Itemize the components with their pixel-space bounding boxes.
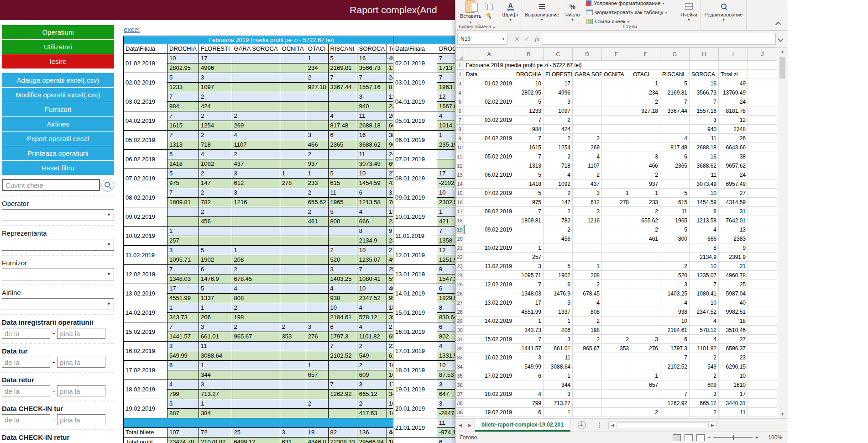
excel-cell[interactable]: 1441.57 (514, 344, 544, 353)
formula-input[interactable] (542, 33, 776, 45)
excel-row-header[interactable]: 25 (456, 280, 464, 289)
excel-cell[interactable]: 4 (660, 134, 690, 143)
excel-column-header-G[interactable]: G (660, 48, 690, 61)
excel-cell[interactable] (748, 170, 777, 179)
sidebar-button-operatiuni[interactable]: Operatiuni (2, 25, 114, 39)
excel-cell[interactable] (573, 125, 602, 134)
excel-cell[interactable]: 1 (514, 316, 544, 326)
excel-cell[interactable]: 1107 (573, 161, 602, 170)
excel-cell[interactable]: Data (464, 70, 514, 79)
sidebar-button-iesire[interactable]: Iesire (2, 54, 114, 69)
select-all-corner[interactable] (456, 48, 464, 61)
excel-cell[interactable]: 1610 (719, 380, 748, 390)
excel-cell[interactable]: 2 (631, 408, 660, 417)
excel-cell[interactable] (602, 216, 631, 225)
excel-cell[interactable]: 2 (544, 134, 573, 143)
excel-cell[interactable] (631, 243, 660, 253)
excel-cell[interactable] (748, 143, 777, 152)
excel-cell[interactable]: 11 (544, 353, 573, 362)
excel-cell[interactable] (748, 225, 777, 234)
excel-cell[interactable]: 2 (544, 189, 573, 198)
search-input[interactable] (2, 179, 100, 191)
excel-cell[interactable] (602, 106, 631, 116)
excel-cell[interactable] (573, 106, 602, 116)
page-layout-view-icon[interactable] (685, 434, 693, 441)
excel-cell[interactable]: 10 (690, 262, 719, 271)
excel-cell[interactable] (748, 344, 777, 353)
excel-row-header[interactable]: 12 (456, 161, 464, 170)
excel-cell[interactable] (602, 298, 631, 307)
excel-cell[interactable]: 1 (631, 189, 660, 198)
excel-column-header-B[interactable]: B (514, 48, 544, 61)
excel-cell[interactable]: 7 (660, 353, 690, 362)
excel-cell[interactable] (660, 243, 690, 253)
excel-cell[interactable] (748, 253, 777, 262)
excel-cell[interactable] (602, 179, 631, 189)
excel-cell[interactable]: 4 (690, 316, 719, 326)
excel-cell[interactable] (748, 61, 777, 70)
enter-button[interactable]: ✓ (522, 36, 532, 42)
excel-cell[interactable]: 269 (573, 143, 602, 152)
excel-cell[interactable] (464, 106, 514, 116)
excel-cell[interactable]: 6596.37 (719, 344, 748, 353)
excel-cell[interactable]: 1557.16 (690, 106, 719, 116)
excel-row-header[interactable]: 7 (456, 116, 464, 125)
excel-cell[interactable]: 612 (573, 198, 602, 207)
date-to-input-data-retur[interactable] (57, 385, 105, 396)
excel-cell[interactable]: 1615 (514, 143, 544, 152)
excel-cell[interactable]: 4314.59 (719, 198, 748, 207)
excel-cell[interactable] (602, 170, 631, 179)
excel-cell[interactable]: 3 (544, 97, 573, 106)
excel-cell[interactable] (748, 371, 777, 380)
zoom-level[interactable]: 100% (766, 434, 782, 441)
excel-cell[interactable]: 782 (544, 216, 573, 225)
excel-cell[interactable]: 1262.92 (660, 399, 690, 408)
excel-cell[interactable]: 975 (514, 198, 544, 207)
excel-row-header[interactable]: 1 (456, 61, 464, 70)
excel-cell[interactable]: 940 (690, 125, 719, 134)
scrollbar-thumb[interactable] (617, 422, 709, 428)
excel-cell[interactable] (464, 234, 514, 243)
excel-cell[interactable]: 02.02.2019 (464, 97, 514, 106)
excel-cell[interactable] (660, 125, 690, 134)
prev-sheet-icon[interactable]: ◀ (455, 423, 465, 427)
excel-cell[interactable]: 5 (660, 79, 690, 88)
excel-cell[interactable] (631, 280, 660, 289)
excel-row-header[interactable]: 4 (456, 88, 464, 97)
excel-cell[interactable] (464, 362, 514, 371)
excel-cell[interactable]: 1 (544, 371, 573, 380)
sidebar-button-utilizatori[interactable]: Utilizatori (2, 40, 114, 54)
excel-cell[interactable]: 11.02.2019 (464, 262, 514, 271)
sidebar-button-printeaza-operatiuni[interactable]: Printeaza operatiuni (2, 146, 114, 160)
excel-cell[interactable]: 7 (690, 97, 719, 106)
excel-cell[interactable] (660, 61, 690, 70)
excel-cell[interactable] (602, 353, 631, 362)
excel-cell[interactable]: 7 (660, 390, 690, 399)
excel-cell[interactable] (660, 371, 690, 380)
excel-cell[interactable]: 549.99 (514, 362, 544, 371)
excel-cell[interactable] (464, 289, 514, 298)
excel-cell[interactable]: 2802.95 (514, 88, 544, 97)
excel-row-header[interactable]: 37 (456, 390, 464, 399)
excel-cell[interactable]: 984 (514, 125, 544, 134)
excel-cell[interactable] (748, 362, 777, 371)
scroll-right-icon[interactable]: ▶ (710, 423, 715, 427)
excel-cell[interactable]: 10 (514, 79, 544, 88)
excel-cell[interactable]: 17 (719, 390, 748, 399)
excel-cell[interactable]: 17 (544, 79, 573, 88)
excel-link[interactable]: excel (124, 26, 140, 33)
excel-cell[interactable] (602, 116, 631, 125)
excel-cell[interactable] (602, 88, 631, 97)
excel-row-header[interactable]: 11 (456, 152, 464, 161)
excel-cell[interactable]: 11 (719, 408, 748, 417)
excel-cell[interactable]: 2134.9 (690, 253, 719, 262)
excel-cell[interactable] (602, 207, 631, 216)
excel-cell[interactable] (631, 134, 660, 143)
excel-row-header[interactable]: 16 (456, 198, 464, 207)
excel-cell[interactable]: 1097 (544, 106, 573, 116)
excel-row-header[interactable]: 9 (456, 134, 464, 143)
excel-cell[interactable] (631, 307, 660, 316)
excel-cell[interactable] (602, 380, 631, 390)
excel-cell[interactable]: 1476.9 (544, 289, 573, 298)
excel-cell[interactable] (602, 316, 631, 326)
